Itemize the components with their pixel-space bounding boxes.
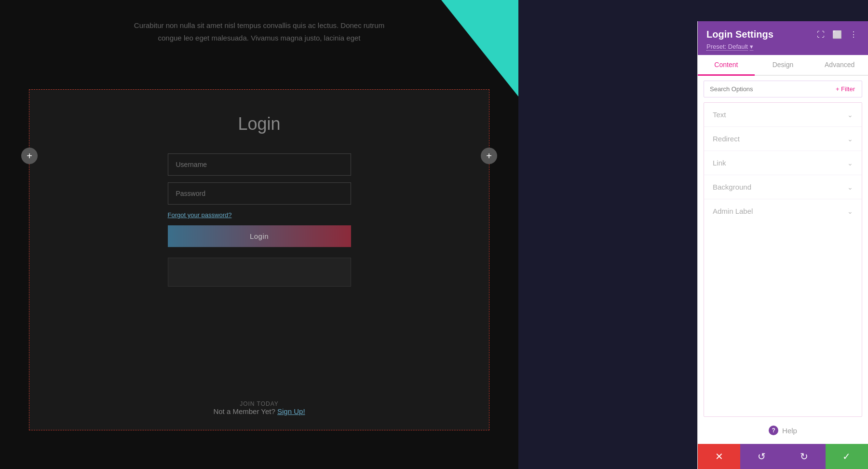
not-member-text: Not a Member Yet? [213,407,275,415]
canvas-area: Curabitur non nulla sit amet nisl tempus… [0,0,518,469]
panel-header-icons: ⛶ ⬜ ⋮ [815,29,859,40]
teal-corner-decoration [441,0,518,97]
help-row[interactable]: ? Help [698,417,868,444]
login-module: + + Login Forgot your password? Login jo… [29,89,489,430]
option-item-text[interactable]: Text ⌄ [704,103,862,127]
option-label-background: Background [713,183,751,191]
panel-title: Login Settings [706,29,773,40]
option-item-link[interactable]: Link ⌄ [704,151,862,175]
settings-panel: Login Settings ⛶ ⬜ ⋮ Preset: Default ▾ C… [697,21,868,469]
preset-arrow: ▾ [750,43,753,51]
option-label-admin-label: Admin Label [713,207,753,215]
password-input[interactable] [168,182,351,205]
option-item-redirect[interactable]: Redirect ⌄ [704,127,862,151]
panel-tabs: Content Design Advanced [698,55,868,76]
username-input[interactable] [168,153,351,176]
join-section: join today Not a Member Yet? Sign Up! [29,400,489,415]
fullscreen-icon-button[interactable]: ⛶ [815,29,827,40]
forgot-password-link[interactable]: Forgot your password? [168,211,232,219]
option-label-text: Text [713,110,726,119]
option-label-link: Link [713,159,726,167]
filter-button[interactable]: + Filter [829,81,862,97]
social-login-area [168,258,351,287]
login-form: Forgot your password? Login [168,153,351,287]
chevron-down-icon-link: ⌄ [847,159,853,167]
preset-label: Preset: Default [706,43,748,51]
save-button[interactable]: ✓ [826,444,868,469]
chevron-down-icon-text: ⌄ [847,111,853,119]
search-bar: + Filter [704,81,862,97]
more-options-icon-button[interactable]: ⋮ [848,29,859,40]
redo-button[interactable]: ↻ [783,444,826,469]
panel-footer: ✕ ↺ ↻ ✓ [698,444,868,469]
canvas-body-text: Curabitur non nulla sit amet nisl tempus… [0,19,518,44]
options-list: Text ⌄ Redirect ⌄ Link ⌄ Background ⌄ Ad… [704,102,862,417]
help-icon: ? [769,426,778,435]
split-view-icon-button[interactable]: ⬜ [830,29,844,40]
canvas-text-line2: congue leo eget malesuada. Vivamus magna… [0,32,518,44]
login-submit-button[interactable]: Login [168,225,351,247]
search-options-input[interactable] [704,81,829,97]
chevron-down-icon-background: ⌄ [847,183,853,191]
login-heading: Login [238,114,280,134]
option-label-redirect: Redirect [713,135,740,143]
cancel-button[interactable]: ✕ [698,444,740,469]
option-item-admin-label[interactable]: Admin Label ⌄ [704,199,862,223]
signup-link[interactable]: Sign Up! [277,407,305,415]
preset-row[interactable]: Preset: Default ▾ [706,43,859,55]
help-text: Help [782,427,797,435]
chevron-down-icon-redirect: ⌄ [847,135,853,143]
option-item-background[interactable]: Background ⌄ [704,175,862,199]
canvas-text-line1: Curabitur non nulla sit amet nisl tempus… [0,19,518,32]
join-main-text: Not a Member Yet? Sign Up! [29,407,489,415]
add-column-right-button[interactable]: + [481,148,497,164]
tab-advanced[interactable]: Advanced [811,55,868,76]
panel-header: Login Settings ⛶ ⬜ ⋮ Preset: Default ▾ [698,21,868,55]
tab-content[interactable]: Content [698,55,755,76]
tab-design[interactable]: Design [755,55,812,76]
add-column-left-button[interactable]: + [21,148,38,164]
chevron-down-icon-admin-label: ⌄ [847,207,853,215]
panel-header-top: Login Settings ⛶ ⬜ ⋮ [706,29,859,40]
join-today-label: join today [29,400,489,407]
undo-button[interactable]: ↺ [740,444,783,469]
